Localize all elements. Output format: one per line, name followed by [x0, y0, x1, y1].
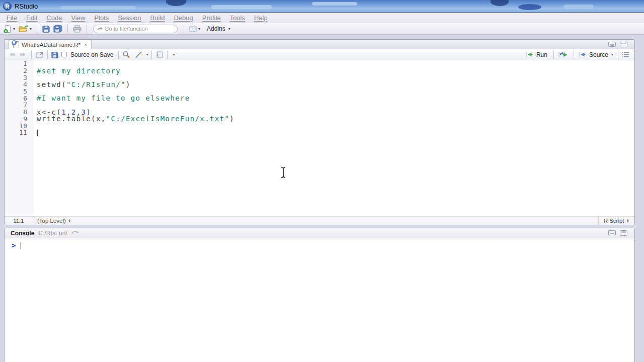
save-all-button[interactable] — [52, 24, 63, 33]
line-number: 11 — [5, 129, 34, 136]
addins-menu[interactable]: Addins — [207, 25, 225, 32]
back-icon[interactable] — [8, 52, 17, 57]
editor-toolbar: Source on Save ▾ ▾ Run — [5, 49, 634, 60]
titlebar-artifact — [211, 5, 272, 9]
find-replace-icon[interactable] — [122, 51, 130, 58]
code-line: 7 — [5, 102, 634, 109]
open-in-new-window-icon[interactable] — [35, 51, 44, 58]
file-type-selector[interactable]: R Script ▲▼ — [598, 217, 634, 225]
window-title: RStudio — [15, 3, 38, 10]
source-on-save-label: Source on Save — [70, 51, 113, 58]
updown-arrows-icon: ▲▼ — [68, 219, 71, 223]
menu-item-profile[interactable]: Profile — [198, 14, 225, 22]
menu-item-view[interactable]: View — [66, 14, 90, 22]
menu-item-build[interactable]: Build — [146, 14, 170, 22]
goto-arrow-icon — [97, 26, 103, 31]
save-icon[interactable] — [51, 51, 58, 58]
toolbar-separator — [87, 25, 87, 33]
chevron-down-icon: ▾ — [30, 27, 32, 31]
run-label: Run — [536, 51, 547, 58]
maximize-pane-icon[interactable] — [620, 42, 627, 47]
toolbar-separator — [618, 51, 618, 59]
toolbar-separator — [167, 51, 168, 59]
new-file-button[interactable]: ▾ — [3, 24, 16, 34]
code-text: setwd("C:/RIsFun/") — [34, 80, 131, 88]
r-script-file-icon — [13, 41, 19, 48]
file-type-label: R Script — [604, 218, 624, 224]
mouse-ibeam-cursor — [280, 166, 287, 178]
toolbar-separator — [184, 25, 184, 33]
tab-title: WhatIsADataFrame.R* — [22, 42, 80, 48]
code-text: write.table(x,"C:/ExcelIsMoreFun/x.txt") — [34, 115, 234, 123]
maximize-pane-icon[interactable] — [620, 230, 627, 236]
code-tools-wand-icon[interactable] — [134, 51, 143, 58]
titlebar-artifact — [564, 5, 594, 9]
toolbar-separator — [47, 51, 48, 59]
titlebar-artifact — [166, 0, 186, 6]
run-icon — [526, 51, 535, 58]
chevron-down-icon[interactable]: ▾ — [146, 52, 148, 57]
code-editor[interactable]: 12#set my directory34setwd("C:/RIsFun/")… — [5, 60, 634, 216]
save-icon — [42, 25, 50, 33]
source-button[interactable]: Source ▾ — [578, 51, 614, 59]
forward-icon[interactable] — [18, 52, 28, 57]
scope-label: (Top Level) — [37, 218, 66, 224]
console-header: Console C:/RIsFun/ — [5, 228, 634, 238]
menu-item-session[interactable]: Session — [113, 14, 145, 22]
run-button[interactable]: Run — [525, 51, 550, 59]
code-text — [34, 129, 38, 137]
titlebar-artifact — [491, 0, 509, 6]
toolbar-separator — [118, 51, 119, 59]
console-text-cursor — [20, 242, 21, 249]
minimize-pane-icon[interactable] — [608, 42, 616, 47]
tab-whatisadataframe[interactable]: WhatIsADataFrame.R* × — [9, 40, 92, 49]
code-line: 10 — [5, 122, 634, 129]
minimize-pane-icon[interactable] — [608, 230, 616, 235]
code-text: #I want my file to go elsewhere — [34, 94, 190, 102]
console-working-directory: C:/RIsFun/ — [38, 230, 67, 237]
menu-item-debug[interactable]: Debug — [169, 14, 197, 22]
toolbar-separator — [574, 51, 574, 59]
goto-file-search[interactable] — [93, 25, 178, 33]
rerun-icon — [558, 51, 569, 58]
menu-item-edit[interactable]: Edit — [22, 14, 42, 22]
editor-status-bar: 11:1 (Top Level) ▲▼ R Script ▲▼ — [5, 216, 634, 225]
toolbar-separator — [31, 51, 32, 59]
console-prompt: > — [12, 241, 16, 249]
panes-grid-icon — [189, 26, 197, 32]
close-icon[interactable]: × — [84, 42, 87, 48]
console-pane: Console C:/RIsFun/ > — [4, 228, 635, 362]
sync-directory-icon[interactable] — [71, 230, 79, 236]
save-button[interactable] — [41, 25, 51, 33]
console-input-area[interactable]: > — [5, 238, 634, 249]
goto-file-input[interactable] — [105, 26, 170, 32]
menu-item-tools[interactable]: Tools — [225, 14, 250, 22]
workspace-panes-button[interactable]: ▾ — [188, 25, 201, 33]
titlebar-artifact — [60, 6, 136, 10]
menu-item-code[interactable]: Code — [42, 14, 66, 22]
toolbar-separator — [37, 25, 37, 33]
menu-item-help[interactable]: Help — [250, 14, 272, 22]
compile-notebook-icon[interactable] — [155, 51, 164, 58]
menu-item-plots[interactable]: Plots — [90, 14, 113, 22]
print-button[interactable] — [72, 25, 83, 33]
chevron-down-icon: ▾ — [228, 27, 230, 31]
new-file-icon — [4, 25, 12, 33]
chevron-down-icon[interactable]: ▾ — [173, 52, 175, 57]
source-on-save-checkbox[interactable] — [61, 52, 67, 57]
menu-bar: FileEditCodeViewPlotsSessionBuildDebugPr… — [0, 13, 644, 23]
rerun-button[interactable] — [557, 51, 570, 58]
print-icon — [73, 25, 82, 33]
scope-selector[interactable]: (Top Level) ▲▼ — [33, 218, 75, 224]
menu-item-file[interactable]: File — [2, 14, 22, 22]
code-line: 6#I want my file to go elsewhere — [5, 95, 634, 102]
source-label: Source — [589, 51, 608, 58]
document-outline-icon[interactable] — [622, 52, 629, 57]
source-icon — [579, 51, 588, 58]
open-file-button[interactable]: ▾ — [18, 25, 33, 33]
open-folder-icon — [19, 25, 28, 33]
code-line: 11 — [5, 129, 634, 136]
toolbar-separator — [553, 51, 554, 59]
chevron-down-icon: ▾ — [611, 52, 613, 57]
titlebar-artifact — [518, 4, 541, 10]
